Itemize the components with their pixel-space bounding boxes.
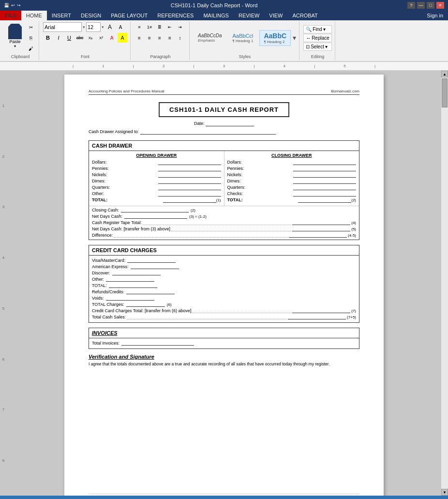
scroll-thumb[interactable] (442, 78, 448, 107)
style-emphasis[interactable]: AaBbCcDa Emphasis (194, 31, 226, 45)
cc-other-label: Other: (92, 277, 104, 282)
increase-indent-btn[interactable]: ⇥ (175, 22, 185, 32)
refunds-label: Refunds/Credits: (92, 289, 124, 294)
window-title: CSH101-1 Daily Cash Report - Word (21, 2, 407, 8)
window-controls[interactable]: ? — □ ✕ (407, 2, 444, 9)
verification-text: I agree that the totals documented above… (89, 362, 359, 367)
main-area: 12345678 Accounting Policies and Procedu… (0, 71, 448, 496)
verification-title: Verification and Signature (89, 354, 359, 360)
align-left-btn[interactable]: ≡ (134, 33, 144, 43)
opening-header: OPENING DRAWER (92, 153, 221, 158)
title-bar: 💾 ↩ ↪ CSH101-1 Daily Cash Report - Word … (0, 0, 448, 11)
doc-header-left: Accounting Policies and Procedures Manua… (89, 89, 164, 93)
highlight-btn[interactable]: A (118, 33, 127, 43)
total-invoices-label: Total Invoices: (92, 341, 119, 346)
title-bar-left: 💾 ↩ ↪ (4, 3, 21, 8)
discover-label: Discover: (92, 271, 110, 275)
subscript-btn[interactable]: X₂ (86, 33, 95, 43)
align-center-btn[interactable]: ≡ (145, 33, 154, 43)
justify-btn[interactable]: ≡ (165, 33, 175, 43)
paragraph-label: Paragraph (134, 53, 186, 59)
scroll-track[interactable] (441, 77, 448, 489)
style-heading1[interactable]: AaBbCcl ¶ Heading 1 (228, 31, 257, 45)
font-size-input[interactable] (86, 22, 101, 32)
drawer-assigned-line: Cash Drawer Assigned to: (89, 129, 359, 135)
left-margin: 12345678 (0, 71, 7, 496)
text-color-btn[interactable]: A (107, 33, 117, 43)
closing-nickels: Nickels: (227, 172, 243, 178)
doc-footer: CSH101-1 Daily Cash Report Page 1 of 1 (89, 494, 359, 496)
tab-review[interactable]: REVIEW (234, 11, 264, 20)
multilevel-btn[interactable]: ≣ (155, 22, 164, 32)
underline-btn[interactable]: U (64, 33, 74, 43)
invoices-title: INVOICES (89, 328, 359, 338)
tab-design[interactable]: DESIGN (76, 11, 106, 20)
opening-other: Other: (92, 191, 104, 197)
numbering-btn[interactable]: 1≡ (145, 22, 154, 32)
closing-dimes: Dimes: (227, 179, 241, 184)
minimize-btn[interactable]: — (417, 2, 425, 9)
tab-insert[interactable]: INSERT (47, 11, 76, 20)
bold-btn[interactable]: B (43, 33, 53, 43)
tab-file[interactable]: FILE (0, 11, 21, 20)
ribbon-tabs: FILE HOME INSERT DESIGN PAGE LAYOUT REFE… (0, 11, 448, 20)
tab-mailings[interactable]: MAILINGS (198, 11, 234, 20)
select-btn[interactable]: ⊡ Select ▾ (303, 43, 332, 51)
font-name-input[interactable] (43, 22, 82, 32)
opening-pennies: Pennies: (92, 166, 109, 171)
superscript-btn[interactable]: X² (96, 33, 106, 43)
copy-button[interactable]: ⎘ (26, 33, 36, 43)
maximize-btn[interactable]: □ (427, 2, 434, 9)
find-btn[interactable]: 🔍 Find ▾ (303, 25, 332, 33)
opening-dollars: Dollars: (92, 160, 107, 165)
right-scrollbar[interactable]: ▲ ▼ (441, 71, 448, 496)
cut-button[interactable]: ✂ (26, 22, 36, 32)
tab-home[interactable]: HOME (21, 11, 47, 20)
cash-drawer-table: OPENING DRAWER Dollars: Pennies: Nickels… (89, 151, 359, 240)
total-cash-sales-label: Total Cash Sales: (92, 315, 126, 319)
date-line: Date: (89, 121, 359, 126)
font-shrink-btn[interactable]: A (116, 22, 125, 32)
opening-dimes: Dimes: (92, 179, 105, 184)
close-btn[interactable]: ✕ (436, 2, 444, 9)
scroll-down-btn[interactable]: ▼ (441, 489, 448, 496)
amex-label: American Express: (92, 264, 129, 269)
bullets-btn[interactable]: ≡ (134, 22, 144, 32)
closing-header: CLOSING DRAWER (227, 153, 357, 158)
opening-total: TOTAL: (92, 197, 107, 203)
clipboard-group: Paste ▾ ✂ ⎘ 🖌 Clipboard (2, 21, 39, 60)
closing-total: TOTAL: (227, 197, 243, 203)
style-heading2[interactable]: AaBbC ¶ Heading 2 (259, 30, 291, 46)
styles-scroll-btn[interactable]: ▾ (293, 34, 296, 42)
opening-nickels: Nickels: (92, 172, 107, 178)
strikethrough-btn[interactable]: abc (75, 33, 85, 43)
italic-btn[interactable]: I (54, 33, 63, 43)
cash-register-label: Cash Register Tape Total: (92, 220, 142, 225)
credit-card-title: CREDIT CARD CHARGES (89, 245, 359, 256)
closing-cash-label: Closing Cash: (92, 208, 119, 212)
closing-pennies: Pennies: (227, 166, 244, 171)
cash-drawer-title: CASH DRAWER (89, 141, 359, 151)
editing-group: 🔍 Find ▾ ↔ Replace ⊡ Select ▾ Editing (300, 21, 335, 60)
decrease-indent-btn[interactable]: ⇤ (165, 22, 175, 32)
net-days-label: Net Days Cash: (92, 214, 122, 219)
font-grow-btn[interactable]: A (105, 22, 115, 32)
help-btn[interactable]: ? (407, 2, 415, 9)
scroll-up-btn[interactable]: ▲ (441, 71, 448, 77)
tab-acrobat[interactable]: ACROBAT (287, 11, 322, 20)
format-painter-button[interactable]: 🖌 (26, 44, 36, 53)
align-right-btn[interactable]: ≡ (155, 33, 164, 43)
line-spacing-btn[interactable]: ↕ (175, 33, 185, 43)
visa-label: Visa/MasterCard: (92, 258, 125, 263)
replace-btn[interactable]: ↔ Replace (303, 34, 332, 42)
tab-page-layout[interactable]: PAGE LAYOUT (106, 11, 152, 20)
doc-title: CSH101-1 DAILY CASH REPORT (159, 102, 289, 117)
ruler: |1|2|3|4|5| (0, 62, 448, 71)
tab-view[interactable]: VIEW (264, 11, 287, 20)
sign-in[interactable]: Sign in (422, 11, 448, 20)
paste-button[interactable]: Paste ▾ (5, 22, 25, 53)
tab-references[interactable]: REFERENCES (152, 11, 198, 20)
verification-section: Verification and Signature I agree that … (89, 354, 359, 367)
cc-total-label: TOTAL: (92, 283, 107, 288)
document-scroll[interactable]: Accounting Policies and Procedures Manua… (7, 71, 441, 496)
